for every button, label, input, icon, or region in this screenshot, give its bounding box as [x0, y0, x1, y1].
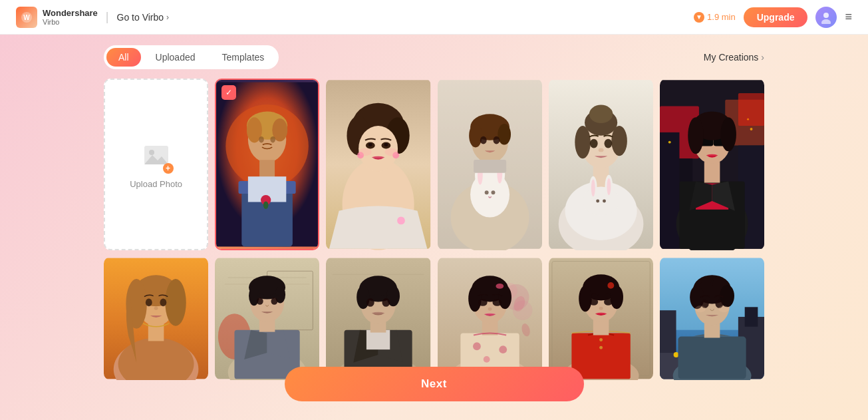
portrait-img-8: [326, 257, 430, 380]
header-divider: |: [106, 10, 109, 24]
svg-point-79: [668, 141, 671, 144]
svg-point-80: [750, 128, 752, 130]
my-creations-link[interactable]: My Creations ›: [704, 52, 764, 63]
svg-point-168: [579, 286, 592, 312]
photo-card-sketch-man1[interactable]: [215, 257, 319, 380]
goto-virbo-link[interactable]: Go to Virbo ›: [117, 12, 170, 23]
svg-point-155: [496, 284, 504, 289]
upload-plus-icon: +: [163, 163, 174, 174]
svg-rect-182: [678, 337, 746, 379]
photo-grid-row1: + Upload Photo ✓: [104, 79, 764, 250]
goto-virbo-label: Go to Virbo: [117, 12, 164, 23]
svg-point-104: [165, 279, 186, 326]
logo-text-block: Wondershare Virbo: [43, 8, 98, 26]
svg-point-136: [366, 298, 374, 307]
logo-product: Virbo: [43, 18, 98, 26]
svg-point-95: [688, 117, 704, 154]
svg-point-123: [271, 298, 278, 305]
logo: W Wondershare Virbo: [16, 7, 98, 28]
svg-point-49: [498, 124, 511, 144]
svg-point-63: [604, 139, 612, 148]
photo-card-city-young-man[interactable]: [660, 257, 764, 380]
photo-card-selected[interactable]: ✓: [215, 79, 319, 250]
svg-point-180: [673, 352, 678, 357]
filter-tabs: All Uploaded Templates: [104, 45, 279, 69]
portrait-img-4: [549, 79, 653, 250]
svg-point-45: [491, 190, 495, 194]
tab-uploaded[interactable]: Uploaded: [144, 48, 208, 67]
photo-card-rabbit-youth[interactable]: [438, 79, 542, 250]
svg-rect-75: [738, 93, 764, 126]
svg-point-59: [589, 105, 613, 124]
svg-point-61: [611, 126, 627, 156]
svg-point-163: [599, 338, 603, 341]
svg-rect-87: [704, 162, 720, 182]
svg-point-148: [499, 345, 507, 353]
svg-point-32: [384, 143, 388, 146]
svg-point-169: [610, 286, 623, 309]
goto-virbo-arrow-icon: ›: [166, 13, 169, 22]
svg-point-71: [603, 200, 606, 203]
photo-card-vintage-woman[interactable]: [326, 79, 430, 250]
svg-point-13: [259, 136, 264, 143]
next-button[interactable]: Next: [285, 367, 584, 401]
svg-point-154: [498, 286, 511, 309]
svg-point-173: [599, 307, 603, 310]
svg-point-3: [821, 19, 831, 24]
svg-point-2: [823, 13, 829, 18]
svg-point-164: [599, 346, 603, 349]
portrait-img-2: [326, 79, 430, 250]
svg-point-48: [469, 124, 482, 147]
photo-card-city-woman[interactable]: [660, 79, 764, 250]
photo-card-sketch-man2[interactable]: [326, 257, 430, 380]
svg-point-172: [604, 298, 613, 306]
photo-card-golden-woman[interactable]: [104, 257, 208, 380]
portrait-img-5: [660, 79, 764, 250]
svg-point-70: [596, 200, 599, 203]
svg-point-191: [718, 306, 729, 312]
menu-icon[interactable]: ≡: [845, 10, 852, 24]
svg-point-190: [695, 306, 706, 312]
main-content: All Uploaded Templates My Creations › + …: [0, 35, 868, 397]
upload-card[interactable]: + Upload Photo: [104, 79, 208, 250]
portrait-img-6: [104, 257, 208, 380]
svg-point-170: [607, 282, 614, 289]
header-left: W Wondershare Virbo | Go to Virbo ›: [16, 7, 169, 28]
svg-point-35: [397, 217, 405, 225]
clock-icon: ▼: [694, 12, 704, 23]
svg-point-153: [468, 286, 482, 312]
svg-point-34: [385, 148, 398, 156]
photo-card-sketch-woman1[interactable]: [438, 257, 542, 380]
svg-point-156: [478, 299, 487, 306]
upload-icon: +: [142, 140, 171, 172]
upgrade-button[interactable]: Upgrade: [744, 7, 808, 27]
my-creations-label: My Creations: [704, 52, 758, 63]
portrait-img-1: [216, 80, 318, 249]
svg-point-62: [590, 139, 598, 148]
tab-all[interactable]: All: [106, 48, 141, 67]
portrait-img-11: [660, 257, 764, 380]
svg-point-31: [368, 143, 372, 146]
svg-point-81: [747, 118, 749, 120]
avatar[interactable]: [815, 7, 837, 28]
portrait-img-3: [438, 79, 542, 250]
svg-point-65: [583, 186, 619, 215]
svg-point-171: [589, 298, 598, 306]
upload-label: Upload Photo: [130, 179, 182, 189]
portrait-img-10: [549, 257, 653, 380]
my-creations-arrow-icon: ›: [761, 52, 764, 63]
svg-point-147: [473, 342, 481, 350]
svg-point-44: [484, 190, 488, 194]
selected-check-icon: ✓: [221, 85, 236, 100]
svg-point-51: [493, 136, 500, 144]
svg-point-106: [160, 299, 166, 307]
photo-card-sketch-woman2[interactable]: [549, 257, 653, 380]
svg-rect-178: [745, 307, 758, 326]
tab-templates[interactable]: Templates: [210, 48, 277, 67]
header-right: ▼ 1.9 min Upgrade ≡: [694, 7, 852, 28]
time-value: 1.9 min: [707, 12, 736, 22]
filter-row: All Uploaded Templates My Creations ›: [104, 45, 764, 69]
svg-point-105: [146, 299, 152, 307]
photo-card-woman-rabbit[interactable]: [549, 79, 653, 250]
svg-point-20: [263, 202, 269, 209]
